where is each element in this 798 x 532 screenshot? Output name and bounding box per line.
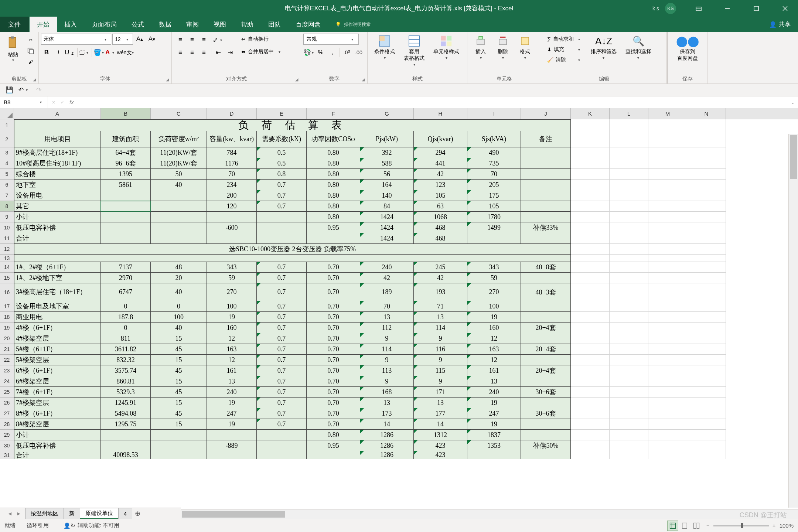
- cell[interactable]: [467, 233, 521, 244]
- column-header[interactable]: F: [307, 108, 360, 119]
- tell-me[interactable]: 💡 操作说明搜索: [335, 21, 371, 28]
- close-button[interactable]: [772, 0, 798, 17]
- cell[interactable]: [521, 301, 571, 312]
- cell[interactable]: 59: [467, 273, 521, 283]
- cell[interactable]: [687, 408, 726, 419]
- cell[interactable]: 9: [360, 333, 414, 344]
- cell[interactable]: 12: [207, 333, 257, 344]
- cell[interactable]: 9: [360, 355, 414, 365]
- cell[interactable]: [648, 430, 687, 440]
- cell[interactable]: [648, 201, 687, 212]
- cell[interactable]: 168: [360, 387, 414, 398]
- column-header[interactable]: J: [521, 108, 571, 119]
- cell[interactable]: 45: [151, 408, 207, 419]
- cell[interactable]: [648, 273, 687, 283]
- paste-icon[interactable]: [5, 34, 21, 51]
- cell[interactable]: [610, 119, 648, 131]
- row-header[interactable]: 19: [0, 323, 14, 333]
- cell[interactable]: 19: [207, 312, 257, 323]
- cell[interactable]: 0.7: [257, 408, 307, 419]
- cell[interactable]: [610, 190, 648, 201]
- cell[interactable]: [521, 430, 571, 440]
- cell[interactable]: 0.70: [307, 262, 360, 273]
- cell[interactable]: [610, 180, 648, 190]
- cell[interactable]: 105: [414, 190, 467, 201]
- column-header-cell[interactable]: 容量(kw、kvar): [207, 131, 257, 147]
- cell[interactable]: [687, 244, 726, 255]
- cell[interactable]: [571, 323, 610, 333]
- cell[interactable]: 0.7: [257, 180, 307, 190]
- cell[interactable]: 45: [151, 365, 207, 376]
- cell[interactable]: 1245.91: [101, 398, 151, 408]
- cell[interactable]: [687, 190, 726, 201]
- cell[interactable]: 低压电容补偿: [14, 222, 101, 233]
- column-header[interactable]: E: [257, 108, 307, 119]
- scrollbar-thumb[interactable]: [790, 135, 797, 179]
- cell[interactable]: [610, 344, 648, 355]
- cell[interactable]: [207, 451, 257, 459]
- cell[interactable]: [151, 212, 207, 222]
- cell[interactable]: 15: [151, 398, 207, 408]
- cell[interactable]: 120: [207, 201, 257, 212]
- cell[interactable]: 100: [151, 312, 207, 323]
- save-to-baidu-button[interactable]: ⬤⬤ 保存到 百度网盘: [670, 34, 705, 62]
- cell[interactable]: [610, 365, 648, 376]
- menu-tab-帮助[interactable]: 帮助: [233, 17, 261, 32]
- cell[interactable]: 70: [467, 169, 521, 180]
- undo-button[interactable]: ↶▾: [18, 85, 30, 96]
- cell[interactable]: 123: [414, 180, 467, 190]
- cell[interactable]: 40: [151, 323, 207, 333]
- cell[interactable]: [610, 131, 648, 147]
- cell[interactable]: [610, 333, 648, 344]
- cell[interactable]: 1353: [467, 440, 521, 451]
- cell[interactable]: [521, 312, 571, 323]
- cell[interactable]: 247: [207, 408, 257, 419]
- column-header[interactable]: L: [610, 108, 648, 119]
- cell[interactable]: 15: [151, 333, 207, 344]
- cell[interactable]: [610, 201, 648, 212]
- cell[interactable]: 19: [207, 398, 257, 408]
- cell[interactable]: 15: [151, 355, 207, 365]
- cell[interactable]: 0.5: [257, 158, 307, 169]
- cell[interactable]: 其它: [14, 201, 101, 212]
- user-avatar[interactable]: KS: [665, 3, 676, 14]
- cell[interactable]: 0.80: [307, 180, 360, 190]
- align-bottom-button[interactable]: ≡: [198, 34, 209, 45]
- cell[interactable]: 1837: [467, 430, 521, 440]
- decrease-decimal-button[interactable]: .00: [353, 47, 364, 58]
- cell[interactable]: 1424: [360, 212, 414, 222]
- cell[interactable]: 161: [467, 365, 521, 376]
- border-button[interactable]: ▾: [79, 47, 90, 58]
- cell[interactable]: 70: [207, 169, 257, 180]
- cell[interactable]: [151, 190, 207, 201]
- spreadsheet-grid[interactable]: ABCDEFGHIJKLMN 1负 荷 估 算 表2用电项目建筑面积负荷密度w/…: [0, 108, 798, 502]
- insert-function-button[interactable]: fx: [69, 99, 74, 105]
- row-header[interactable]: 4: [0, 158, 14, 169]
- cell[interactable]: 合计: [14, 451, 101, 459]
- cell[interactable]: 0.80: [307, 430, 360, 440]
- cell[interactable]: 468: [414, 233, 467, 244]
- cell[interactable]: 1312: [414, 430, 467, 440]
- cell[interactable]: [610, 244, 648, 255]
- cell[interactable]: 设备用电及地下室: [14, 301, 101, 312]
- cell[interactable]: [687, 222, 726, 233]
- row-header[interactable]: 28: [0, 419, 14, 430]
- ribbon-options-icon[interactable]: [686, 0, 712, 17]
- cell[interactable]: 42: [414, 273, 467, 283]
- cell[interactable]: [687, 262, 726, 273]
- vertical-scrollbar[interactable]: [788, 134, 798, 508]
- menu-tab-插入[interactable]: 插入: [57, 17, 84, 32]
- cell[interactable]: 112: [360, 323, 414, 333]
- cell[interactable]: 0.7: [257, 283, 307, 301]
- cell[interactable]: 6#楼架空层: [14, 376, 101, 387]
- cell[interactable]: 0.70: [307, 312, 360, 323]
- chevron-down-icon[interactable]: ▾: [10, 58, 16, 62]
- cell[interactable]: [571, 233, 610, 244]
- cell[interactable]: [571, 222, 610, 233]
- cell[interactable]: [648, 323, 687, 333]
- cell[interactable]: 0: [151, 301, 207, 312]
- column-header-cell[interactable]: 需要系数(kX): [257, 131, 307, 147]
- cell[interactable]: 12: [467, 333, 521, 344]
- align-center-button[interactable]: ≡: [187, 47, 198, 58]
- formula-bar[interactable]: [78, 96, 788, 108]
